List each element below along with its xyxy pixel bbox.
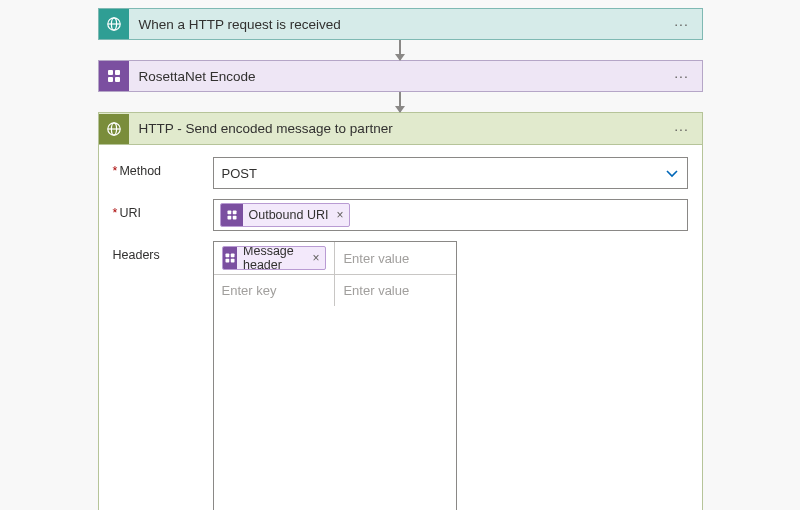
http-menu-button[interactable]: ··· [668, 121, 696, 137]
svg-rect-12 [227, 216, 231, 220]
header-key-input[interactable]: Enter key [214, 274, 335, 306]
arrow-icon [399, 40, 401, 60]
token-remove-icon[interactable]: × [310, 251, 325, 265]
header-value-input[interactable]: Enter value [334, 242, 456, 274]
token-label: Message header [237, 246, 310, 270]
svg-rect-15 [231, 254, 235, 258]
svg-rect-11 [232, 211, 236, 215]
token-remove-icon[interactable]: × [334, 208, 349, 222]
svg-rect-17 [231, 259, 235, 263]
method-label: Method [113, 157, 213, 178]
field-method: Method POST [113, 157, 688, 189]
http-card-header[interactable]: HTTP - Send encoded message to partner ·… [99, 113, 702, 145]
http-card: HTTP - Send encoded message to partner ·… [98, 112, 703, 510]
rosetta-card[interactable]: RosettaNet Encode ··· [98, 60, 703, 92]
headers-row: Message header × Enter value [214, 242, 457, 274]
field-headers: Headers Message header × [113, 241, 688, 510]
svg-rect-10 [227, 211, 231, 215]
http-card-body: Method POST URI [99, 145, 702, 510]
header-value-input[interactable]: Enter value [334, 274, 456, 306]
svg-rect-5 [108, 77, 113, 82]
token-label: Outbound URI [243, 208, 335, 222]
uri-label: URI [113, 199, 213, 220]
headers-label: Headers [113, 241, 213, 262]
uri-input[interactable]: Outbound URI × [213, 199, 688, 231]
svg-rect-16 [225, 259, 229, 263]
rosetta-icon [99, 61, 129, 91]
svg-rect-14 [225, 254, 229, 258]
method-value: POST [222, 166, 257, 181]
arrow-icon [399, 92, 401, 112]
svg-rect-13 [232, 216, 236, 220]
rosetta-icon [223, 247, 238, 269]
globe-icon [99, 9, 129, 39]
chevron-down-icon [665, 166, 679, 180]
header-key-input[interactable]: Message header × [214, 242, 335, 274]
svg-rect-6 [115, 77, 120, 82]
svg-rect-3 [108, 70, 113, 75]
field-uri: URI Outbound URI × [113, 199, 688, 231]
rosetta-menu-button[interactable]: ··· [668, 68, 696, 84]
http-title: HTTP - Send encoded message to partner [129, 121, 668, 136]
headers-row: Enter key Enter value [214, 274, 457, 306]
method-select[interactable]: POST [213, 157, 688, 189]
trigger-title: When a HTTP request is received [129, 17, 668, 32]
trigger-menu-button[interactable]: ··· [668, 16, 696, 32]
uri-token[interactable]: Outbound URI × [220, 203, 351, 227]
globe-icon [99, 114, 129, 144]
rosetta-title: RosettaNet Encode [129, 69, 668, 84]
trigger-card[interactable]: When a HTTP request is received ··· [98, 8, 703, 40]
header-key-token[interactable]: Message header × [222, 246, 327, 270]
rosetta-icon [221, 204, 243, 226]
headers-grid: Message header × Enter value Enter key E… [213, 241, 458, 510]
svg-rect-4 [115, 70, 120, 75]
